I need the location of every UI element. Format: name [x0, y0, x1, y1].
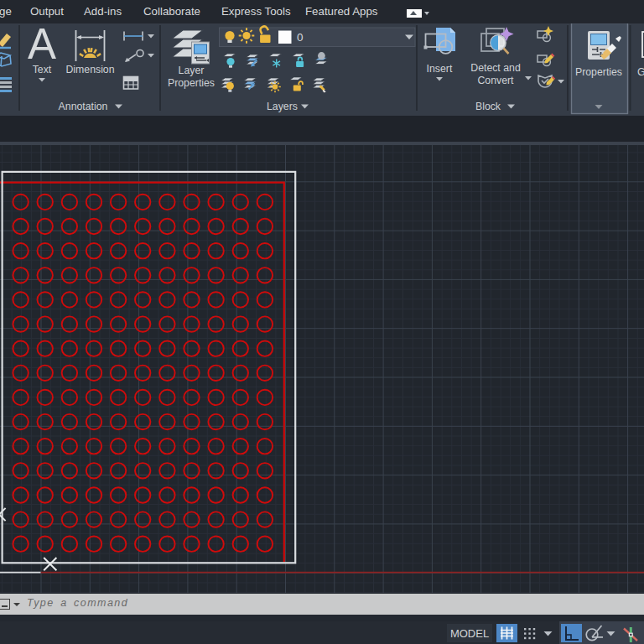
svg-text:Convert: Convert: [477, 75, 514, 86]
svg-text:Annotation: Annotation: [59, 101, 108, 112]
svg-text:Insert: Insert: [427, 63, 453, 75]
svg-text:Detect and: Detect and: [470, 62, 521, 74]
svg-text:Properties: Properties: [575, 66, 622, 78]
svg-text:Dimension: Dimension: [65, 64, 114, 75]
svg-text:Properties: Properties: [168, 77, 215, 89]
svg-text:A: A: [28, 23, 56, 68]
svg-text:Layer: Layer: [179, 65, 205, 76]
svg-text:Text: Text: [33, 64, 52, 75]
svg-text:Block: Block: [475, 101, 501, 112]
svg-text:MODEL: MODEL: [450, 627, 489, 640]
svg-text:G: G: [637, 66, 644, 78]
svg-text:Layers: Layers: [267, 101, 298, 112]
svg-text:0: 0: [297, 31, 304, 44]
